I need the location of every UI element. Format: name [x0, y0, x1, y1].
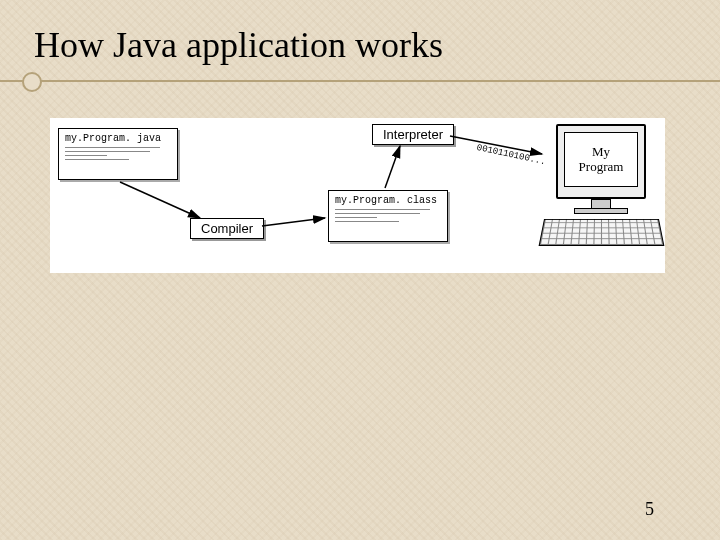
page-number: 5 — [645, 499, 654, 520]
svg-line-0 — [120, 182, 200, 218]
svg-line-2 — [385, 146, 400, 188]
svg-line-1 — [262, 218, 325, 226]
slide-title: How Java application works — [34, 24, 443, 66]
java-flow-diagram: my.Program. java Compiler my.Program. cl… — [50, 118, 665, 273]
title-underline — [0, 80, 720, 82]
svg-line-3 — [450, 136, 542, 154]
flow-arrows — [50, 118, 665, 273]
